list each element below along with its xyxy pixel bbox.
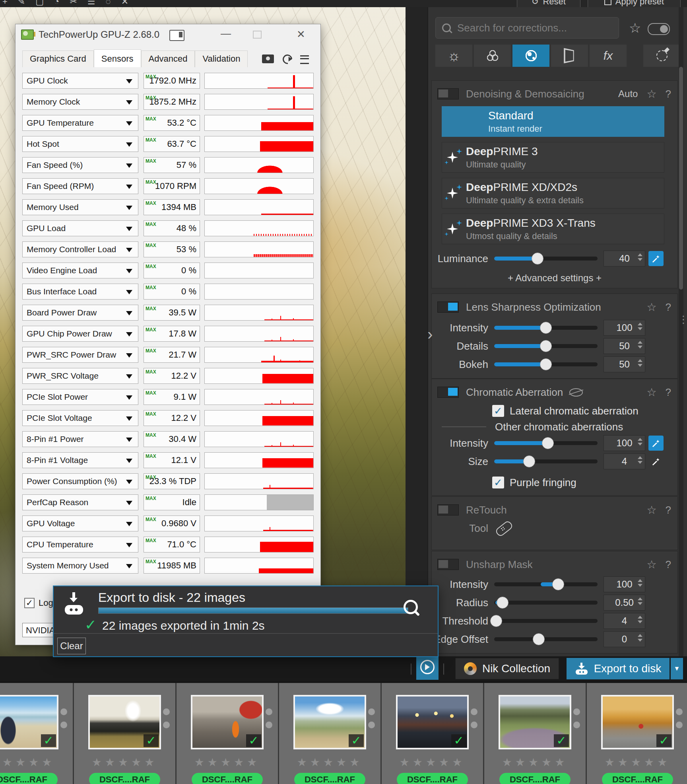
denoise-option[interactable]: DeepPRIME XD/XD2s Ultimate quality & ext… <box>442 178 664 208</box>
preview-eye-off-icon[interactable] <box>569 388 583 397</box>
slider-handle[interactable] <box>532 253 543 265</box>
toolbar-icon[interactable]: ✕ <box>121 0 128 7</box>
toolbar-icon[interactable]: ◌ <box>106 0 111 7</box>
sensor-select[interactable]: GPU Voltage <box>22 516 138 531</box>
panel-grip-icon[interactable]: ⋮ <box>678 314 684 325</box>
value-spinner[interactable] <box>638 438 642 445</box>
slider-value-box[interactable]: 50 <box>604 338 645 354</box>
sensor-select[interactable]: 8-Pin #1 Power <box>22 431 138 447</box>
slider-handle[interactable] <box>523 455 535 467</box>
sensor-select[interactable]: Fan Speed (%) <box>22 157 138 173</box>
slider-value-box[interactable]: 4 <box>604 613 645 629</box>
sensor-select[interactable]: CPU Temperature <box>22 537 138 552</box>
sensor-select[interactable]: Power Consumption (%) <box>22 473 138 489</box>
photo-thumbnail[interactable]: ✓ <box>396 695 469 749</box>
close-button[interactable]: ✕ <box>291 27 311 41</box>
screenshot-camera-icon[interactable] <box>262 54 274 63</box>
maximize-button[interactable] <box>253 31 262 39</box>
slider[interactable] <box>494 619 598 623</box>
favorite-star-icon[interactable]: ☆ <box>646 301 656 314</box>
slider[interactable] <box>494 344 598 348</box>
value-spinner[interactable] <box>638 579 642 587</box>
help-icon[interactable]: ? <box>666 88 671 100</box>
slider-handle[interactable] <box>552 578 564 590</box>
photo-thumbnail[interactable]: ✓ <box>88 695 161 749</box>
sensor-select[interactable]: PWR_SRC Power Draw <box>22 347 138 363</box>
search-bar[interactable] <box>435 17 619 39</box>
auto-wand-icon[interactable] <box>648 251 664 266</box>
sensor-select[interactable]: GPU Load <box>22 220 138 236</box>
denoise-option[interactable]: Standard Instant render <box>442 106 664 137</box>
slider-handle[interactable] <box>540 340 552 352</box>
toolbar-icon[interactable]: + <box>2 0 8 7</box>
slider-value-box[interactable]: 4 <box>604 453 645 469</box>
filmstrip-cell[interactable]: ✓ ★★★★★ DSCF....RAF <box>587 683 687 784</box>
panel-visibility-toggle[interactable] <box>648 23 670 35</box>
denoise-option[interactable]: DeepPRIME 3 Ultimate quality <box>442 142 664 173</box>
slider[interactable] <box>494 637 598 641</box>
auto-wand-icon[interactable] <box>648 436 664 451</box>
help-icon[interactable]: ? <box>666 301 671 313</box>
favorites-star-icon[interactable]: ☆ <box>629 20 641 36</box>
chromatic-aberration-toggle[interactable] <box>437 387 459 398</box>
value-spinner[interactable] <box>638 359 642 367</box>
bandaid-tool-icon[interactable] <box>495 519 514 537</box>
send-to-button[interactable] <box>416 654 439 680</box>
panel-collapse-chevron[interactable]: › <box>427 325 433 343</box>
value-spinner[interactable] <box>638 616 642 623</box>
slider-handle[interactable] <box>533 633 545 645</box>
advanced-settings-link[interactable]: + Advanced settings + <box>432 272 677 284</box>
filmstrip-cell[interactable]: ✓ ★★★★★ DSCF....RAF <box>0 683 74 784</box>
export-to-disk-button[interactable]: Export to disk <box>567 658 670 679</box>
refresh-icon[interactable] <box>281 53 294 66</box>
sensor-select[interactable]: Video Engine Load <box>22 263 138 278</box>
sensor-select[interactable]: System Memory Used <box>22 558 138 574</box>
slider-value-box[interactable]: 100 <box>604 435 645 451</box>
value-spinner[interactable] <box>638 456 642 464</box>
favorite-star-icon[interactable]: ☆ <box>646 558 656 571</box>
tool-tab[interactable]: fx <box>590 45 627 67</box>
slider-handle[interactable] <box>540 358 552 370</box>
star-rating[interactable]: ★★★★★ <box>74 756 175 769</box>
value-spinner[interactable] <box>638 341 642 348</box>
sensor-select[interactable]: GPU Clock <box>22 73 138 89</box>
slider-value-box[interactable]: 50 <box>604 356 645 372</box>
star-rating[interactable]: ★★★★★ <box>0 756 73 769</box>
tool-tab[interactable] <box>551 45 588 67</box>
slider[interactable] <box>494 601 598 605</box>
purple-fringing-checkbox[interactable]: ✓ <box>492 477 504 488</box>
slider[interactable] <box>494 582 598 586</box>
magnifier-icon[interactable] <box>404 600 418 614</box>
gpu-card-icon[interactable] <box>169 30 184 41</box>
panel-scrollbar[interactable] <box>679 7 683 656</box>
star-rating[interactable]: ★★★★★ <box>382 756 483 769</box>
gpuz-tab[interactable]: Sensors <box>94 49 141 67</box>
value-spinner[interactable] <box>638 253 642 261</box>
slider[interactable] <box>494 362 598 366</box>
tool-tab[interactable]: ☼ <box>435 45 472 67</box>
slider-value-box[interactable]: 0 <box>604 631 645 647</box>
sensor-select[interactable]: Memory Controller Load <box>22 241 138 257</box>
gpuz-titlebar[interactable]: TechPowerUp GPU-Z 2.68.0 — ✕ <box>16 24 320 45</box>
toolbar-icon[interactable]: ✎ <box>18 0 25 7</box>
favorite-star-icon[interactable]: ☆ <box>646 88 656 101</box>
sensor-select[interactable]: Memory Clock <box>22 94 138 110</box>
slider-value-box[interactable]: 100 <box>604 320 645 336</box>
tool-tab[interactable] <box>643 45 680 67</box>
lateral-ca-checkbox[interactable]: ✓ <box>492 405 504 417</box>
sensor-select[interactable]: Fan Speed (RPM) <box>22 178 138 194</box>
hamburger-menu-icon[interactable] <box>300 55 309 64</box>
reset-button[interactable]: ↺ Reset <box>517 0 580 7</box>
sensor-select[interactable]: GPU Chip Power Draw <box>22 326 138 342</box>
sensor-select[interactable]: GPU Temperature <box>22 115 138 131</box>
sensor-select[interactable]: PerfCap Reason <box>22 494 138 510</box>
clear-button[interactable]: Clear <box>57 638 86 654</box>
slider-handle[interactable] <box>542 437 554 449</box>
slider[interactable] <box>494 326 598 330</box>
slider[interactable] <box>494 441 598 445</box>
star-rating[interactable]: ★★★★★ <box>177 756 278 769</box>
value-spinner[interactable] <box>638 323 642 330</box>
filmstrip-cell[interactable]: ✓ ★★★★★ DSCF....RAF <box>382 683 484 784</box>
photo-thumbnail[interactable]: ✓ <box>499 695 571 749</box>
minimize-button[interactable]: — <box>216 27 235 41</box>
